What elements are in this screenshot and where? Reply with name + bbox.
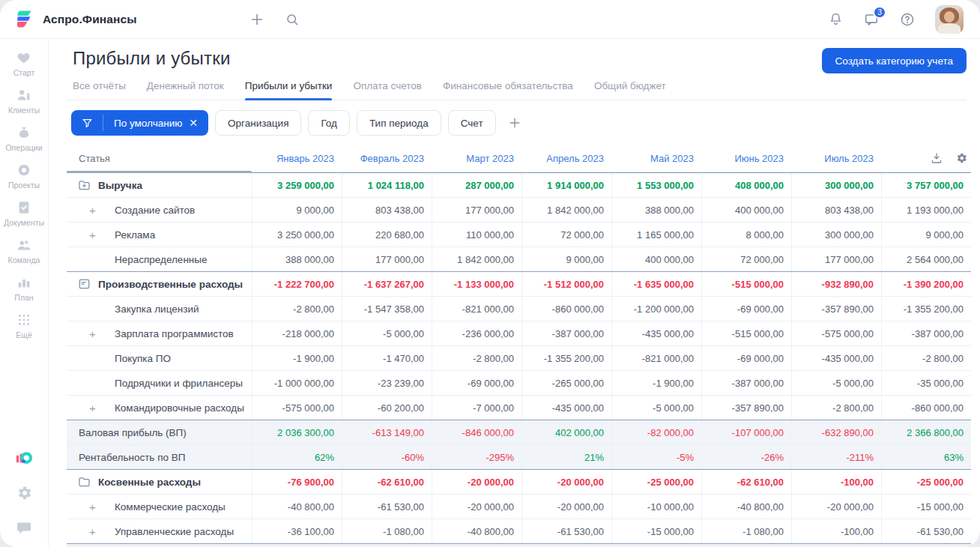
value-cell: -1 470,00 <box>342 346 432 370</box>
value-cell: 110 000,00 <box>432 223 521 247</box>
table-row: Рентабельность по ВП62%-60%-295%21%-5%-2… <box>67 444 971 469</box>
sidebar-item-label: План <box>14 293 33 302</box>
value-cell: -218 000,00 <box>252 321 342 345</box>
value-cell: 300 000,00 <box>791 173 881 197</box>
value-cell: -20 000,00 <box>432 470 521 494</box>
table-row: +Зарплата программистов-218 000,00-5 000… <box>67 321 971 345</box>
expand-plus-icon[interactable]: + <box>89 501 96 513</box>
column-header-month-2[interactable]: Февраль 2023 <box>342 153 432 164</box>
sidebar-item-plan[interactable]: План <box>0 274 48 302</box>
tab-general-budget[interactable]: Общий бюджет <box>594 80 666 100</box>
filter-chip-year[interactable]: Год <box>308 110 350 136</box>
value-cell: -860 000,00 <box>881 396 971 420</box>
sidebar-nav: СтартКлиентыОперацииПроектыДокументыКома… <box>0 39 49 547</box>
value-cell: -613 149,00 <box>342 420 432 444</box>
sidebar-item-operations[interactable]: Операции <box>0 124 48 152</box>
value-cell: 388 000,00 <box>611 198 701 222</box>
table-row: Выручка3 259 000,001 024 118,00287 000,0… <box>67 172 971 197</box>
expand-plus-icon[interactable]: + <box>89 526 96 537</box>
value-cell: 408 000,00 <box>701 173 791 197</box>
column-header-month-5[interactable]: Май 2023 <box>611 153 701 164</box>
download-icon[interactable] <box>930 151 943 165</box>
add-icon[interactable] <box>249 11 265 28</box>
value-cell: -236 000,00 <box>432 321 521 345</box>
filter-chip-period-type[interactable]: Тип периода <box>357 110 441 136</box>
tab-bill-payment[interactable]: Оплата счетов <box>353 80 422 100</box>
column-header-month-3[interactable]: Март 2023 <box>432 153 521 164</box>
value-cell: -1 080,00 <box>701 519 791 543</box>
value-cell: -10 000,00 <box>611 495 701 519</box>
add-filter-icon[interactable] <box>507 115 522 130</box>
row-label[interactable]: Косвенные расходы <box>67 470 252 494</box>
column-header-month-7[interactable]: Июль 2023 <box>791 153 881 164</box>
value-cell: -25 000,00 <box>881 470 971 494</box>
sidebar-item-projects[interactable]: Проекты <box>0 162 48 190</box>
column-header-month-4[interactable]: Апрель 2023 <box>521 153 611 164</box>
grid-dots-icon <box>16 312 32 328</box>
filter-chip-account[interactable]: Счет <box>448 110 496 136</box>
folder-icon[interactable] <box>77 475 91 489</box>
row-label[interactable]: Валовая прибыль (ВП) <box>67 420 252 444</box>
sidebar-item-clients[interactable]: Клиенты <box>0 87 48 115</box>
notifications-bell-icon[interactable] <box>828 11 844 27</box>
value-cell: 1 553 000,00 <box>611 173 701 197</box>
column-header-month-6[interactable]: Июнь 2023 <box>701 153 791 164</box>
sidebar-item-more[interactable]: Ещё <box>0 312 48 339</box>
expand-plus-icon[interactable]: + <box>89 205 96 216</box>
sidebar-item-start[interactable]: Старт <box>0 49 48 77</box>
expand-plus-icon[interactable]: + <box>89 328 96 339</box>
value-cell: -357 890,00 <box>791 297 881 321</box>
chat-icon[interactable] <box>15 519 33 537</box>
value-cell: -1 355 200,00 <box>521 346 611 370</box>
table-settings-gear-icon[interactable] <box>955 151 968 165</box>
value-cell: -387 000,00 <box>881 321 971 345</box>
user-avatar[interactable] <box>935 5 964 34</box>
aspro-logo-icon[interactable] <box>15 450 33 468</box>
table-row: Покупка ПО-1 900,00-1 470,00-2 800,00-1 … <box>67 345 971 370</box>
row-label-text: Подрядчики и фрилансеры <box>115 378 243 389</box>
value-cell: -932 890,00 <box>791 272 881 296</box>
sidebar-item-label: Команда <box>8 256 40 265</box>
value-cell: 177 000,00 <box>791 247 881 271</box>
clear-filter-icon[interactable]: ✕ <box>189 117 198 129</box>
tab-all-reports[interactable]: Все отчёты <box>73 80 126 100</box>
table-row: Косвенные расходы-76 900,00-62 610,00-20… <box>67 469 971 494</box>
value-cell: 9 000,00 <box>252 198 342 222</box>
value-cell: -575 000,00 <box>791 321 881 345</box>
tab-profit-loss[interactable]: Прибыли и убытки <box>245 80 333 100</box>
topbar: Аспро.Финансы 3 <box>0 0 980 39</box>
sidebar-item-team[interactable]: Команда <box>0 237 48 265</box>
value-cell: 803 438,00 <box>791 198 881 222</box>
note-icon[interactable] <box>77 277 91 291</box>
gear-icon[interactable] <box>15 484 33 502</box>
value-cell: -821 000,00 <box>611 346 701 370</box>
row-label[interactable]: Рентабельность по ВП <box>67 445 252 469</box>
search-icon[interactable] <box>285 12 300 27</box>
messages-chat-icon[interactable]: 3 <box>863 11 880 28</box>
row-label-text: Производственные расходы <box>98 279 243 290</box>
value-cell: 1 842 000,00 <box>521 198 611 222</box>
table-row: Подрядчики и фрилансеры-1 000 000,00-23 … <box>67 370 971 395</box>
clients-icon <box>16 87 32 103</box>
tab-cash-flow[interactable]: Денежный поток <box>147 80 224 100</box>
filter-chip-organization[interactable]: Организация <box>215 110 301 136</box>
column-header-statya: Статья <box>67 153 252 164</box>
value-cell: -821 000,00 <box>432 297 521 321</box>
value-cell: -1 512 000,00 <box>521 272 611 296</box>
row-label[interactable]: Выручка <box>67 173 252 197</box>
help-icon[interactable] <box>899 11 916 28</box>
expand-plus-icon[interactable]: + <box>89 402 96 414</box>
value-cell: -26% <box>701 445 791 469</box>
filter-preset-button[interactable]: По умолчанию ✕ <box>71 110 208 136</box>
column-header-month-1[interactable]: Январь 2023 <box>252 153 342 164</box>
row-label[interactable]: Производственные расходы <box>67 272 252 296</box>
expand-plus-icon[interactable]: + <box>89 229 96 241</box>
value-cell: -69 000,00 <box>701 297 791 321</box>
folder-plus-icon[interactable] <box>77 178 91 193</box>
create-category-button[interactable]: Создать категорию учета <box>822 48 967 73</box>
value-cell: 8 000,00 <box>701 223 791 247</box>
value-cell: -7 000,00 <box>432 396 521 420</box>
sidebar-item-documents[interactable]: Документы <box>0 199 48 227</box>
tab-financial-obligations[interactable]: Финансовые обязательства <box>443 80 573 100</box>
value-cell: -25 000,00 <box>611 470 701 494</box>
